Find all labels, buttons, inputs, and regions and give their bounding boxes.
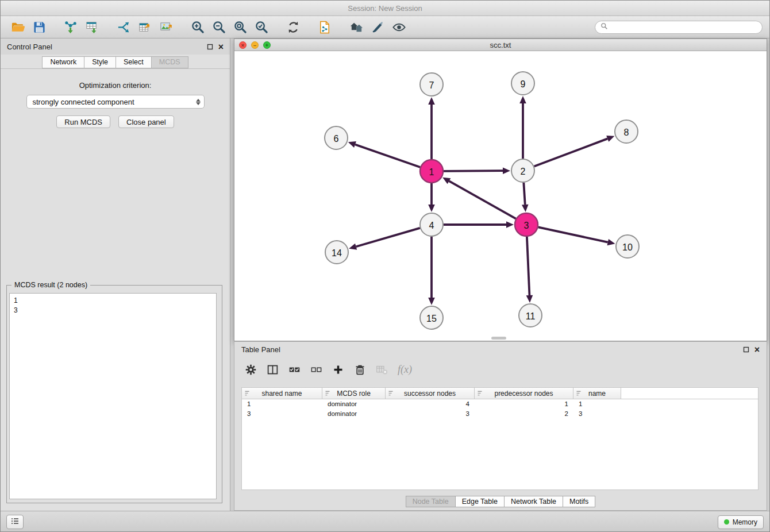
edge-1-6[interactable] — [355, 145, 420, 168]
node-4[interactable]: 4 — [420, 213, 443, 236]
node-11[interactable]: 11 — [519, 304, 542, 327]
function-builder-icon[interactable]: f(x) — [398, 362, 412, 377]
edge-2-3[interactable] — [523, 183, 525, 205]
network-view-window: × – + scc.txt 1234678910111415 — [234, 38, 767, 341]
tab-motifs[interactable]: Motifs — [563, 496, 595, 507]
column-header-mcds-role[interactable]: MCDS role — [322, 388, 386, 399]
column-header-name[interactable]: name — [573, 388, 621, 399]
ui-settings-button[interactable] — [6, 515, 24, 529]
run-mcds-button[interactable]: Run MCDS — [56, 115, 110, 128]
import-table-icon[interactable] — [82, 18, 103, 36]
node-14[interactable]: 14 — [325, 241, 348, 264]
edge-2-8[interactable] — [534, 138, 608, 166]
search-input[interactable] — [611, 23, 757, 31]
edge-3-1[interactable] — [449, 181, 515, 219]
tab-node-table[interactable]: Node Table — [406, 496, 456, 507]
node-label: 10 — [622, 242, 633, 252]
optimization-criterion-label: Optimization criterion: — [1, 81, 230, 90]
export-table-icon[interactable] — [134, 18, 156, 36]
edge-arrowhead-icon — [526, 295, 533, 303]
tab-mcds[interactable]: MCDS — [152, 56, 188, 68]
first-neighbors-icon[interactable] — [346, 18, 367, 36]
tab-style[interactable]: Style — [84, 56, 116, 68]
node-8[interactable]: 8 — [615, 120, 638, 143]
table-row[interactable]: 3dominator323 — [242, 409, 758, 419]
list-icon — [10, 517, 20, 527]
zoom-out-icon[interactable] — [209, 18, 230, 36]
tab-edge-table[interactable]: Edge Table — [456, 496, 505, 507]
float-panel-icon[interactable] — [207, 44, 213, 50]
close-panel-button[interactable]: Close panel — [118, 115, 174, 128]
close-panel-icon[interactable]: × — [218, 44, 224, 50]
node-9[interactable]: 9 — [511, 72, 534, 95]
show-hide-icon[interactable] — [388, 18, 410, 36]
float-table-panel-icon[interactable] — [743, 346, 749, 353]
node-10[interactable]: 10 — [616, 235, 639, 258]
select-all-icon[interactable] — [288, 362, 301, 377]
search-box[interactable] — [595, 21, 763, 34]
column-header-shared-name[interactable]: shared name — [242, 388, 322, 399]
memory-button[interactable]: Memory — [718, 515, 764, 529]
node-label: 3 — [524, 221, 529, 230]
column-header-predecessor-nodes[interactable]: predecessor nodes — [475, 388, 573, 399]
refresh-icon[interactable] — [283, 18, 304, 36]
delete-table-icon[interactable] — [376, 362, 388, 377]
node-label: 9 — [521, 79, 526, 89]
zoom-selected-icon[interactable] — [251, 18, 272, 36]
edge-arrowhead-icon — [428, 205, 435, 212]
node-2[interactable]: 2 — [511, 159, 534, 182]
node-6[interactable]: 6 — [325, 126, 348, 149]
horizontal-scrollbar-thumb[interactable] — [491, 337, 506, 340]
node-3[interactable]: 3 — [515, 213, 538, 236]
edge-arrowhead-icon — [349, 244, 357, 250]
node-7[interactable]: 7 — [420, 73, 443, 96]
node-15[interactable]: 15 — [420, 306, 443, 329]
node-1[interactable]: 1 — [420, 160, 443, 183]
column-header-label: name — [588, 390, 606, 398]
criterion-dropdown-value: strongly connected component — [33, 98, 134, 106]
delete-row-icon[interactable] — [354, 362, 366, 377]
zoom-in-icon[interactable] — [187, 18, 209, 36]
application-window: Session: New Session Control Panel × Net… — [0, 0, 770, 532]
sort-icon — [388, 390, 394, 398]
node-label: 2 — [521, 167, 526, 176]
edge-3-11[interactable] — [527, 237, 530, 295]
main-toolbar — [1, 16, 769, 38]
edge-3-10[interactable] — [538, 227, 608, 242]
close-table-panel-icon[interactable]: × — [754, 346, 760, 353]
copy-network-icon[interactable] — [314, 18, 336, 36]
table-cell: 4 — [386, 399, 475, 409]
edge-arrowhead-icon — [503, 167, 510, 174]
gear-icon[interactable] — [245, 362, 257, 377]
node-label: 7 — [429, 80, 434, 90]
import-network-icon[interactable] — [60, 18, 82, 36]
sort-icon — [244, 390, 250, 398]
network-canvas-area[interactable]: 1234678910111415 — [234, 51, 767, 341]
zoom-fit-icon[interactable] — [230, 18, 251, 36]
table-body: 1dominator4113dominator323 — [242, 399, 758, 419]
unselect-all-icon[interactable] — [310, 362, 322, 377]
table-row[interactable]: 1dominator411 — [242, 399, 758, 409]
tab-select[interactable]: Select — [116, 56, 152, 68]
sort-icon — [325, 390, 330, 398]
export-image-icon[interactable] — [156, 18, 177, 36]
minimize-window-icon[interactable]: – — [251, 41, 259, 49]
style-brush-icon[interactable] — [367, 18, 388, 36]
save-session-icon[interactable] — [29, 18, 50, 36]
mcds-result-list[interactable]: 13 — [9, 293, 217, 499]
edge-4-14[interactable] — [356, 228, 420, 246]
criterion-dropdown[interactable]: strongly connected component — [26, 95, 205, 109]
export-network-icon[interactable] — [113, 18, 134, 36]
columns-icon[interactable] — [267, 362, 279, 377]
open-folder-icon[interactable] — [7, 18, 29, 36]
tab-network[interactable]: Network — [42, 56, 84, 68]
mcds-result-line: 3 — [14, 306, 212, 315]
node-label: 4 — [429, 221, 434, 230]
column-header-successor-nodes[interactable]: successor nodes — [386, 388, 475, 399]
edge-1-2[interactable] — [444, 171, 503, 171]
add-row-icon[interactable] — [332, 362, 344, 377]
network-window-titlebar[interactable]: × – + scc.txt — [234, 39, 767, 51]
tab-network-table[interactable]: Network Table — [505, 496, 563, 507]
maximize-window-icon[interactable]: + — [263, 41, 271, 49]
close-window-icon[interactable]: × — [239, 41, 247, 49]
